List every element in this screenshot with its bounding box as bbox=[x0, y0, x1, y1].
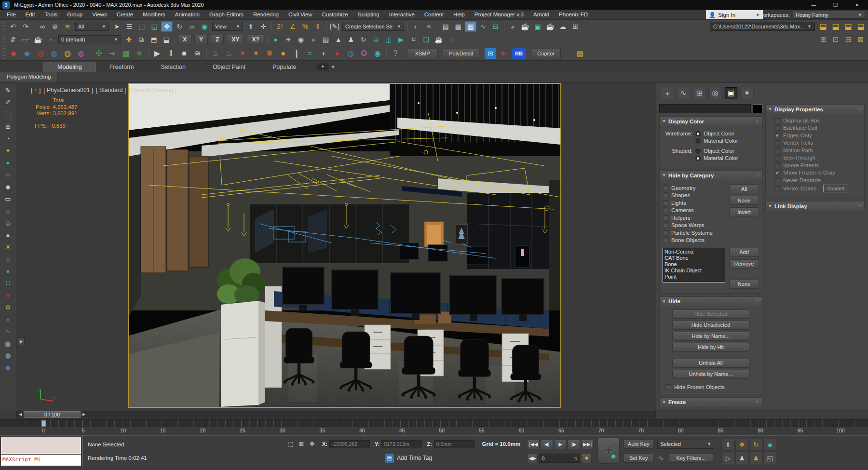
menu-edit[interactable]: Edit bbox=[21, 11, 40, 18]
align-icon[interactable]: ≡ bbox=[423, 21, 434, 32]
plugin-ball-blue-icon[interactable]: ◍ bbox=[344, 47, 357, 59]
figure-icon[interactable]: ♟ bbox=[345, 34, 357, 45]
phoenix-wave-icon[interactable]: ≈ bbox=[304, 47, 316, 59]
container-close-icon[interactable]: ⊟ bbox=[842, 34, 854, 45]
menu-civil-view[interactable]: Civil View bbox=[284, 11, 317, 18]
viewport[interactable]: [ + ] [ PhysCamera001 ] [ Standard ] [ D… bbox=[16, 83, 656, 409]
motion-tab-icon[interactable]: ◎ bbox=[708, 87, 722, 99]
smudge-tool-icon[interactable]: ◔ bbox=[2, 133, 14, 144]
spinner-snap-icon[interactable]: ⇕ bbox=[312, 21, 324, 32]
hbc-remove-button[interactable]: Remove bbox=[729, 259, 759, 269]
sim-pause-icon[interactable]: ‖ bbox=[164, 47, 177, 59]
viewport-menu-plus[interactable]: [ + ] bbox=[31, 87, 41, 94]
project-folder-add-icon[interactable]: ⬓ bbox=[855, 21, 867, 32]
plugin-circle-purple-icon[interactable]: ◍ bbox=[75, 47, 87, 59]
phoenix-candle-icon[interactable]: ❙ bbox=[290, 47, 303, 59]
maxscript-macro-recorder[interactable] bbox=[1, 437, 81, 454]
y-coordinate-field[interactable]: 9173.015m bbox=[381, 440, 422, 448]
render-gallery-icon[interactable]: ⊞ bbox=[570, 21, 581, 32]
selection-lock-icon[interactable]: ⊠ bbox=[297, 440, 306, 448]
layer-dash-icon[interactable]: ⌐⌐ bbox=[20, 34, 31, 45]
modify-tab-icon[interactable]: ∿ bbox=[677, 87, 690, 99]
menu-content[interactable]: Content bbox=[420, 11, 448, 18]
bone-category-listbox[interactable]: Non-Corona CAT Bone Bone IK Chain Object… bbox=[663, 248, 725, 282]
render-production-icon[interactable]: ☕ bbox=[544, 21, 556, 32]
rollout-header[interactable]: ▼ Hide by Category ⁙ bbox=[660, 171, 762, 180]
rendered-frame-icon[interactable]: ▣ bbox=[532, 21, 543, 32]
play-icon[interactable]: ▶ bbox=[554, 440, 567, 449]
checkbox[interactable] bbox=[663, 222, 668, 228]
rollout-header[interactable]: ▼ Display Color ⁙ bbox=[660, 117, 762, 126]
layer-color-swatch[interactable]: ▪ bbox=[45, 34, 56, 45]
create-new-layer-icon[interactable]: ✚ bbox=[123, 34, 135, 45]
hide-by-hit-button[interactable]: Hide by Hit bbox=[672, 343, 749, 352]
hbc-all-button[interactable]: All bbox=[729, 184, 759, 193]
undo-icon[interactable]: ↶ bbox=[7, 21, 19, 32]
percent-snap-icon[interactable]: % bbox=[299, 21, 311, 32]
rb-plugin-icon[interactable]: RB bbox=[512, 48, 526, 59]
rollout-grip-icon[interactable]: ⁙ bbox=[755, 299, 760, 304]
menu-customize[interactable]: Customize bbox=[317, 11, 353, 18]
axis-constraint-extra-button[interactable]: X? bbox=[247, 35, 264, 44]
rollout-grip-icon[interactable]: ⁙ bbox=[857, 107, 862, 112]
drop-tool-icon[interactable]: ◆ bbox=[2, 181, 14, 192]
viewport-camera-label[interactable]: [ PhysCamera001 ] bbox=[43, 87, 93, 94]
hide-unselected-button[interactable]: Hide Unselected bbox=[672, 321, 749, 330]
checkbox[interactable] bbox=[774, 118, 780, 123]
select-object-icon[interactable]: ➤ bbox=[111, 21, 122, 32]
plugin-circle-blue-icon[interactable]: ◍ bbox=[48, 47, 60, 59]
restrict-y-button[interactable]: Y bbox=[194, 35, 208, 44]
video-icon[interactable]: ◫ bbox=[383, 34, 394, 45]
frame-marker[interactable] bbox=[41, 420, 46, 427]
gizmo-icon[interactable]: ◆ bbox=[763, 438, 776, 451]
select-objects-in-layer-icon[interactable]: ⬒ bbox=[148, 34, 160, 45]
plugin-diamond-blue-icon[interactable]: ◆ bbox=[21, 47, 33, 59]
checkbox[interactable] bbox=[774, 125, 780, 131]
plugin-diamond-red-icon[interactable]: ◆ bbox=[7, 47, 20, 59]
previous-frame-icon[interactable]: ◀| bbox=[541, 440, 553, 449]
create-tab-icon[interactable]: + bbox=[661, 87, 674, 99]
tree-tool-icon[interactable]: ♠ bbox=[2, 313, 14, 325]
menu-animation[interactable]: Animation bbox=[170, 11, 204, 18]
window-plugin-icon[interactable]: ▤ bbox=[574, 48, 586, 59]
reference-coordinate-dropdown[interactable]: View▼ bbox=[212, 22, 243, 31]
layer-explorer-icon[interactable]: ▦ bbox=[452, 21, 464, 32]
wireframe-material-color-radio[interactable] bbox=[695, 138, 701, 144]
phoenix-flame-icon[interactable]: ❋ bbox=[263, 47, 276, 59]
menu-arnold[interactable]: Arnold bbox=[529, 11, 554, 18]
time-configuration-button[interactable]: ✱ bbox=[581, 454, 592, 463]
checkbox[interactable] bbox=[663, 230, 668, 236]
spray-tool-icon[interactable]: ∴ bbox=[2, 169, 14, 180]
app-logo-icon[interactable]: 3 bbox=[2, 1, 10, 9]
maxscript-listener-line[interactable]: MAXScript Mi bbox=[1, 455, 81, 466]
hf-tool-icon[interactable]: ▣ bbox=[2, 337, 14, 349]
cone-tool-icon[interactable]: ▲ bbox=[2, 229, 14, 241]
phoenix-splash2-icon[interactable]: ✴ bbox=[250, 47, 262, 59]
set-key-button[interactable]: Set Key bbox=[624, 453, 653, 463]
select-and-rotate-icon[interactable]: ↻ bbox=[174, 21, 185, 32]
project-folder-open-icon[interactable]: ⬓ bbox=[830, 21, 841, 32]
key-filters-button[interactable]: Key Filters... bbox=[669, 453, 713, 463]
key-mode-toggle[interactable]: ◀▶ bbox=[527, 454, 538, 463]
help-plugin-icon[interactable]: ? bbox=[389, 47, 402, 59]
unhide-all-button[interactable]: Unhide All bbox=[672, 359, 749, 368]
ribbon-tab-populate[interactable]: Populate bbox=[259, 62, 310, 72]
camera-safe-frame[interactable] bbox=[128, 83, 561, 408]
plugin-ring-teal-icon[interactable]: ◉ bbox=[371, 47, 384, 59]
menu-interactive[interactable]: Interactive bbox=[384, 11, 420, 18]
dashed-circle-icon[interactable]: ◌ bbox=[446, 34, 457, 45]
expand-arrow-button[interactable]: ▶ bbox=[18, 337, 25, 345]
redo-icon[interactable]: ↷ bbox=[20, 21, 31, 32]
rollout-grip-icon[interactable]: ⁙ bbox=[755, 119, 760, 124]
unhide-by-name-button[interactable]: Unhide by Name... bbox=[672, 370, 749, 379]
edit-named-selection-sets-icon[interactable]: {✎} bbox=[329, 21, 340, 32]
menu-tools[interactable]: Tools bbox=[40, 11, 62, 18]
forest-pack-icon[interactable]: ✣ bbox=[93, 47, 105, 59]
phoenix-fire2-icon[interactable]: ♨ bbox=[223, 47, 235, 59]
hourglass-tool-icon[interactable]: ◇ bbox=[2, 217, 14, 228]
plugin-star-purple-icon[interactable]: ✪ bbox=[358, 47, 370, 59]
display-tab-icon[interactable]: ▣ bbox=[724, 87, 738, 99]
red-drop-icon[interactable]: ● bbox=[2, 289, 14, 301]
spinner-icon[interactable]: ⇅ bbox=[574, 456, 578, 461]
project-path-dropdown[interactable]: C:\Users\20122\Documents\3ds Max 2020 ▼ bbox=[710, 22, 815, 31]
